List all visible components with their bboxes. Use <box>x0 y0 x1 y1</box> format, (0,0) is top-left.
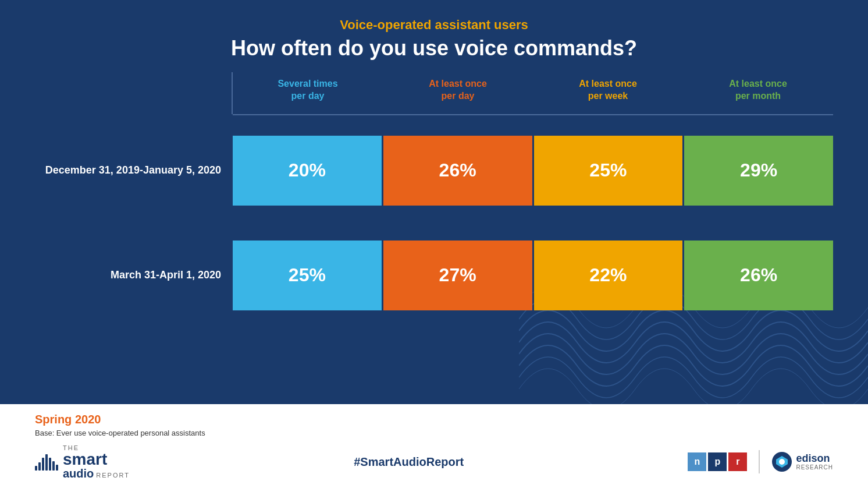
logo-text: THE smart audio REPORT <box>63 444 130 479</box>
svg-point-1 <box>779 459 785 465</box>
footer-section: Spring 2020 Base: Ever use voice-operate… <box>0 404 868 488</box>
col-header-several: Several timesper day <box>233 78 383 102</box>
header-divider <box>233 114 833 115</box>
row-label-2: March 31-April 1, 2020 <box>35 241 233 310</box>
data-rows: December 31, 2019-January 5, 2020 20% 26… <box>35 136 833 392</box>
row-gap <box>35 217 833 229</box>
main-title: How often do you use voice commands? <box>35 36 833 61</box>
row-label-1: December 31, 2019-January 5, 2020 <box>35 136 233 206</box>
row-label-text-1: December 31, 2019-January 5, 2020 <box>35 164 221 176</box>
npr-p-box: p <box>708 452 727 471</box>
edison-logo: edison research <box>771 451 833 472</box>
col-header-once-month: At least onceper month <box>683 78 833 102</box>
bar-cell-1-2: 26% <box>383 136 532 206</box>
content-area: Voice-operated assistant users How often… <box>0 0 868 404</box>
column-headers: Several timesper day At least onceper da… <box>233 78 833 102</box>
chart-area: Several timesper day At least onceper da… <box>35 78 833 392</box>
edison-name: edison <box>796 453 833 465</box>
hashtag: #SmartAudioReport <box>354 455 464 469</box>
waveform-icon <box>35 453 58 471</box>
bar-cell-2-3: 22% <box>534 241 683 310</box>
logo-smart: smart <box>63 451 130 468</box>
bar-cell-1-1: 20% <box>233 136 382 206</box>
right-logos: n p r edison research <box>688 450 833 473</box>
edison-icon-svg <box>771 451 792 472</box>
row-label-text-2: March 31-April 1, 2020 <box>35 269 221 281</box>
row-bars-2: 25% 27% 22% 26% <box>233 241 833 310</box>
logo-report: REPORT <box>96 472 130 479</box>
table-row: December 31, 2019-January 5, 2020 20% 26… <box>35 136 833 206</box>
main-container: Voice-operated assistant users How often… <box>0 0 868 488</box>
col-header-once-day: At least onceper day <box>383 78 533 102</box>
logo-divider <box>759 450 760 473</box>
smart-audio-logo: THE smart audio REPORT <box>35 444 130 479</box>
bar-cell-2-1: 25% <box>233 241 382 310</box>
subtitle: Voice-operated assistant users <box>35 17 833 33</box>
footer-logos: THE smart audio REPORT #SmartAudioReport… <box>35 444 833 479</box>
title-section: Voice-operated assistant users How often… <box>35 17 833 61</box>
bar-cell-2-2: 27% <box>383 241 532 310</box>
spring-label: Spring 2020 <box>35 413 833 426</box>
bar-cell-1-3: 25% <box>534 136 683 206</box>
col-header-once-week: At least onceper week <box>533 78 683 102</box>
table-row: March 31-April 1, 2020 25% 27% 22% 26% <box>35 241 833 310</box>
base-text: Base: Ever use voice-operated personal a… <box>35 429 833 437</box>
vertical-divider <box>232 72 233 114</box>
logo-audio: audio <box>63 468 94 479</box>
npr-r-box: r <box>728 452 747 471</box>
bar-cell-1-4: 29% <box>684 136 833 206</box>
edison-text: edison research <box>796 453 833 471</box>
npr-n-box: n <box>688 452 706 471</box>
npr-logo: n p r <box>688 452 747 471</box>
bar-cell-2-4: 26% <box>684 241 833 310</box>
edison-research: research <box>796 464 833 471</box>
row-bars-1: 20% 26% 25% 29% <box>233 136 833 206</box>
